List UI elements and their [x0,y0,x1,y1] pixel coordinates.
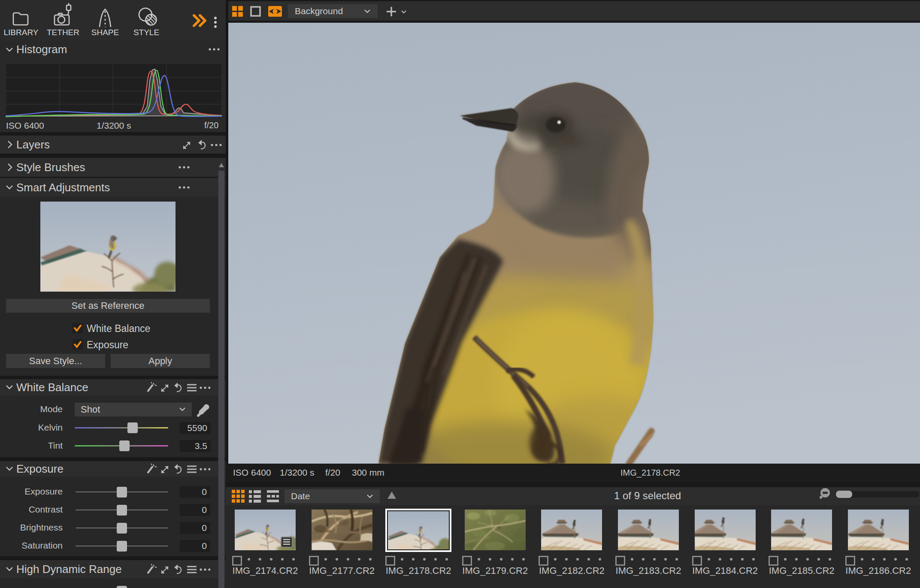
svg-text:TETHER: TETHER [47,28,79,37]
svg-text:SHAPE: SHAPE [91,28,119,37]
svg-text:STYLE: STYLE [133,28,159,37]
svg-text:LIBRARY: LIBRARY [4,28,39,37]
